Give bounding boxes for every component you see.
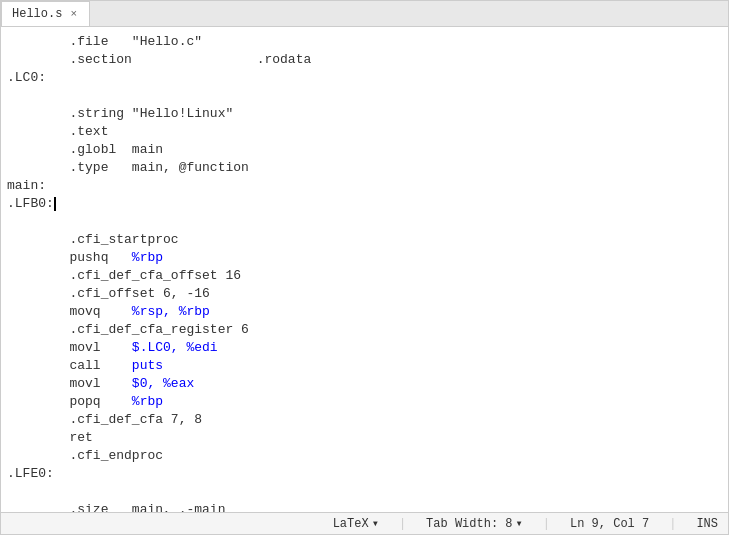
code-line: .file "Hello.c" <box>1 33 728 51</box>
code-line: movl $0, %eax <box>1 375 728 393</box>
code-token: .LC0: <box>7 70 46 85</box>
code-line: movq %rsp, %rbp <box>1 303 728 321</box>
text-cursor <box>54 197 56 211</box>
code-line: .type main, @function <box>1 159 728 177</box>
code-line: main: <box>1 177 728 195</box>
code-token: .globl <box>69 142 116 157</box>
line-content: .cfi_def_cfa_offset 16 <box>1 267 241 285</box>
code-token: .size <box>69 502 108 512</box>
code-token <box>108 250 131 265</box>
language-selector[interactable]: LaTeX ▾ <box>333 516 379 531</box>
file-tab[interactable]: Hello.s × <box>1 1 90 26</box>
code-line: .section .rodata <box>1 51 728 69</box>
tab-width-arrow: ▾ <box>516 516 523 531</box>
line-content: .string "Hello!Linux" <box>1 105 233 123</box>
code-token: "Hello!Linux" <box>124 106 233 121</box>
line-content: .file "Hello.c" <box>1 33 202 51</box>
line-content: .size main, .-main <box>1 501 225 512</box>
cursor-position: Ln 9, Col 7 <box>570 517 649 531</box>
language-label: LaTeX <box>333 517 369 531</box>
code-token: .cfi_def_cfa_offset 16 <box>69 268 241 283</box>
line-content: .type main, @function <box>1 159 249 177</box>
code-token: main: <box>7 178 46 193</box>
code-line: .text <box>1 123 728 141</box>
code-line: .string "Hello!Linux" <box>1 105 728 123</box>
code-token: %rsp, %rbp <box>132 304 210 319</box>
code-line: movl $.LC0, %edi <box>1 339 728 357</box>
code-line: .LC0: <box>1 69 728 87</box>
line-content: call puts <box>1 357 163 375</box>
code-token: .rodata <box>132 52 311 67</box>
code-token: %rbp <box>132 394 163 409</box>
status-divider-3: | <box>669 517 676 531</box>
line-content <box>1 483 69 501</box>
code-line: .cfi_startproc <box>1 231 728 249</box>
code-line: .cfi_endproc <box>1 447 728 465</box>
code-line: popq %rbp <box>1 393 728 411</box>
code-token: movl <box>69 340 100 355</box>
code-token: puts <box>132 358 163 373</box>
language-arrow: ▾ <box>372 516 379 531</box>
code-line: .cfi_def_cfa_offset 16 <box>1 267 728 285</box>
code-line <box>1 213 728 231</box>
line-content: main: <box>1 177 46 195</box>
code-token: movq <box>69 304 100 319</box>
line-content: ret <box>1 429 93 447</box>
code-line <box>1 483 728 501</box>
code-token: $.LC0, %edi <box>132 340 218 355</box>
code-token: $0, %eax <box>132 376 194 391</box>
line-content: .globl main <box>1 141 163 159</box>
code-token: .LFE0: <box>7 466 54 481</box>
code-line: .size main, .-main <box>1 501 728 512</box>
code-token: .cfi_def_cfa_register 6 <box>69 322 248 337</box>
line-content: .cfi_def_cfa 7, 8 <box>1 411 202 429</box>
editor-area[interactable]: .file "Hello.c" .section .rodata.LC0: .s… <box>1 27 728 512</box>
tab-close-button[interactable]: × <box>68 8 79 20</box>
code-line: ret <box>1 429 728 447</box>
line-content: .cfi_def_cfa_register 6 <box>1 321 249 339</box>
line-content <box>1 213 69 231</box>
code-token: movl <box>69 376 100 391</box>
status-bar: LaTeX ▾ | Tab Width: 8 ▾ | Ln 9, Col 7 |… <box>1 512 728 534</box>
code-token: .file <box>69 34 108 49</box>
code-token: main <box>116 142 163 157</box>
code-line: .cfi_def_cfa_register 6 <box>1 321 728 339</box>
line-content: popq %rbp <box>1 393 163 411</box>
code-line: .cfi_offset 6, -16 <box>1 285 728 303</box>
tab-width-label: Tab Width: 8 <box>426 517 512 531</box>
code-line: pushq %rbp <box>1 249 728 267</box>
code-token <box>101 304 132 319</box>
code-token: .string <box>69 106 124 121</box>
code-line <box>1 87 728 105</box>
position-label: Ln 9, Col 7 <box>570 517 649 531</box>
tab-label: Hello.s <box>12 7 62 21</box>
tab-bar: Hello.s × <box>1 1 728 27</box>
code-container[interactable]: .file "Hello.c" .section .rodata.LC0: .s… <box>1 27 728 512</box>
code-token: pushq <box>69 250 108 265</box>
main-window: Hello.s × .file "Hello.c" .section .roda… <box>0 0 729 535</box>
code-token: %rbp <box>132 250 163 265</box>
code-token <box>101 376 132 391</box>
code-token <box>101 394 132 409</box>
line-content: .cfi_startproc <box>1 231 179 249</box>
mode-label: INS <box>696 517 718 531</box>
code-token: main, .-main <box>108 502 225 512</box>
line-content: movq %rsp, %rbp <box>1 303 210 321</box>
code-token: .cfi_endproc <box>69 448 163 463</box>
line-content: .text <box>1 123 108 141</box>
line-content: pushq %rbp <box>1 249 163 267</box>
code-token <box>101 358 132 373</box>
code-token: .text <box>69 124 108 139</box>
tab-width-selector[interactable]: Tab Width: 8 ▾ <box>426 516 523 531</box>
code-token: .type <box>69 160 108 175</box>
code-token: .cfi_startproc <box>69 232 178 247</box>
code-token <box>101 340 132 355</box>
code-line: call puts <box>1 357 728 375</box>
code-token: .cfi_offset 6, -16 <box>69 286 209 301</box>
code-token: main, @function <box>108 160 248 175</box>
line-content: movl $.LC0, %edi <box>1 339 218 357</box>
code-line: .LFB0: <box>1 195 728 213</box>
line-content: movl $0, %eax <box>1 375 194 393</box>
code-token: "Hello.c" <box>108 34 202 49</box>
code-line: .LFE0: <box>1 465 728 483</box>
